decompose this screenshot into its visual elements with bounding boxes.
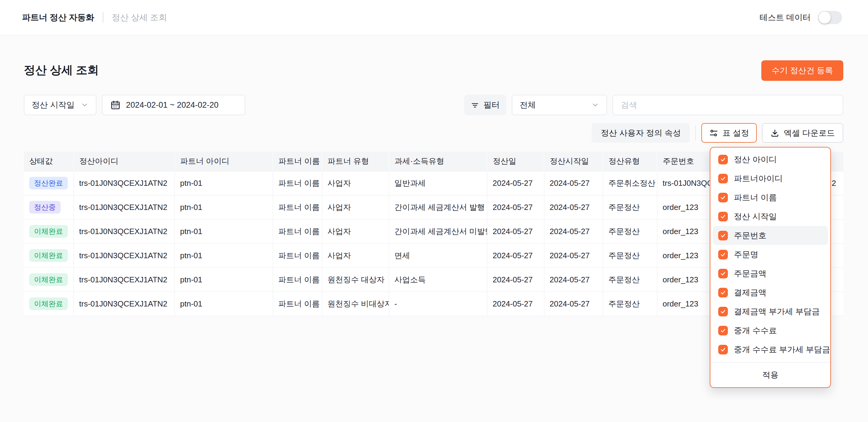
chevron-down-icon <box>81 101 89 109</box>
table-cell: 간이과세 세금계산서 미발행 <box>389 219 487 244</box>
column-header[interactable]: 상태값 <box>24 152 73 171</box>
checkbox-checked-icon[interactable] <box>718 345 728 355</box>
table-cell: 파트너 이름 <box>273 244 322 268</box>
table-cell: 사업소득 <box>389 268 487 292</box>
column-toggle-item[interactable]: 결제금액 부가세 부담금 <box>713 302 828 321</box>
column-header[interactable]: 과세·소득유형 <box>389 152 487 171</box>
table-cell: ptn-01 <box>175 195 273 219</box>
column-toggle-item[interactable]: 주문번호 <box>713 226 828 245</box>
table-cell: ptn-01 <box>175 268 273 292</box>
column-toggle-item[interactable]: 주문금액 <box>713 264 828 283</box>
table-cell: 일반과세 <box>389 171 487 195</box>
column-header[interactable]: 정산유형 <box>603 152 657 171</box>
date-range-picker[interactable]: 2024-02-01 ~ 2024-02-20 <box>102 95 245 115</box>
table-cell: 파트너 이름 <box>273 219 322 244</box>
table-cell: 주문정산 <box>603 244 657 268</box>
table-cell: trs-01J0N3QCEXJ1ATN2 <box>73 195 175 219</box>
status-cell: 이체완료 <box>24 219 73 244</box>
table-cell: 2024-05-27 <box>487 292 544 316</box>
column-header[interactable]: 정산시작일 <box>544 152 603 171</box>
status-cell: 이체완료 <box>24 292 73 316</box>
checkbox-checked-icon[interactable] <box>718 155 728 164</box>
column-toggle-label: 정산 시작일 <box>734 211 777 222</box>
status-badge: 이체완료 <box>29 273 68 286</box>
column-toggle-item[interactable]: 정산 아이디 <box>713 150 828 169</box>
checkbox-checked-icon[interactable] <box>718 307 728 316</box>
column-toggle-item[interactable]: 주문명 <box>713 245 828 264</box>
chevron-down-icon <box>591 101 599 109</box>
table-cell: 파트너 이름 <box>273 292 322 316</box>
table-cell: 2024-05-27 <box>544 219 603 244</box>
column-toggle-item[interactable]: 파트너 이름 <box>713 188 828 207</box>
table-cell: 사업자 <box>322 219 389 244</box>
status-badge: 정산완료 <box>29 177 68 190</box>
checkbox-checked-icon[interactable] <box>718 326 728 335</box>
table-cell: 파트너 이름 <box>273 195 322 219</box>
column-header[interactable]: 파트너 유형 <box>322 152 389 171</box>
table-cell: 주문정산 <box>603 195 657 219</box>
table-cell: 파트너 이름 <box>273 268 322 292</box>
table-toolbar: 정산 사용자 정의 속성 표 설정 엑셀 다운로드 <box>592 123 843 143</box>
checkbox-checked-icon[interactable] <box>718 212 728 221</box>
table-settings-label: 표 설정 <box>722 128 749 138</box>
checkbox-checked-icon[interactable] <box>718 193 728 202</box>
download-icon <box>770 129 779 138</box>
scope-select[interactable]: 전체 <box>512 95 607 115</box>
breadcrumb-divider <box>103 12 103 23</box>
column-header[interactable]: 파트너 이름 <box>273 152 322 171</box>
column-toggle-item[interactable]: 파트너아이디 <box>713 169 828 188</box>
column-toggle-item[interactable]: 결제금액 <box>713 283 828 302</box>
table-cell: 원천징수 대상자 <box>322 268 389 292</box>
column-header[interactable]: 정산일 <box>487 152 544 171</box>
column-toggle-label: 주문번호 <box>734 230 767 241</box>
table-cell: 2024-05-27 <box>544 244 603 268</box>
status-cell: 이체완료 <box>24 244 73 268</box>
excel-download-button[interactable]: 엑셀 다운로드 <box>762 123 843 143</box>
table-cell: 주문정산 <box>603 268 657 292</box>
table-cell: ptn-01 <box>175 244 273 268</box>
table-cell: 원천징수 비대상자 <box>322 292 389 316</box>
sliders-icon <box>709 129 718 138</box>
app-title[interactable]: 파트너 정산 자동화 <box>22 12 94 23</box>
table-cell: 2024-05-27 <box>487 195 544 219</box>
column-toggle-label: 결제금액 부가세 부담금 <box>734 306 820 317</box>
table-cell: 사업자 <box>322 195 389 219</box>
filter-button[interactable]: 필터 <box>464 95 506 115</box>
calendar-icon <box>110 100 121 110</box>
status-cell: 정산중 <box>24 195 73 219</box>
table-cell: 사업자 <box>322 171 389 195</box>
table-cell: ptn-01 <box>175 292 273 316</box>
column-header[interactable]: 정산아이디 <box>73 152 175 171</box>
column-header[interactable]: 파트너 아이디 <box>175 152 273 171</box>
date-field-select[interactable]: 정산 시작일 <box>24 95 96 115</box>
top-header: 파트너 정산 자동화 정산 상세 조회 테스트 데이터 <box>0 0 868 36</box>
table-cell: 사업자 <box>322 244 389 268</box>
test-data-label: 테스트 데이터 <box>760 12 811 23</box>
column-toggle-item[interactable]: 중개 수수료 부가세 부담금 <box>713 340 828 359</box>
table-cell: 주문정산 <box>603 292 657 316</box>
breadcrumb-current: 정산 상세 조회 <box>112 12 167 23</box>
filter-icon <box>471 101 479 109</box>
checkbox-checked-icon[interactable] <box>718 288 728 298</box>
column-toggle-label: 파트너 이름 <box>734 192 777 203</box>
filter-button-label: 필터 <box>484 100 500 110</box>
checkbox-checked-icon[interactable] <box>718 250 728 259</box>
table-settings-button[interactable]: 표 설정 <box>701 123 757 143</box>
column-toggle-label: 중개 수수료 부가세 부담금 <box>734 344 830 355</box>
custom-attributes-button[interactable]: 정산 사용자 정의 속성 <box>592 123 690 143</box>
column-toggle-label: 파트너아이디 <box>734 173 783 184</box>
status-badge: 정산중 <box>29 201 61 214</box>
column-toggle-item[interactable]: 중개 수수료 <box>713 321 828 340</box>
table-cell: 주문정산 <box>603 219 657 244</box>
table-cell: 2024-05-27 <box>544 292 603 316</box>
search-input[interactable] <box>613 95 843 115</box>
table-cell: 2024-05-27 <box>487 219 544 244</box>
column-toggle-item[interactable]: 정산 시작일 <box>713 207 828 226</box>
checkbox-checked-icon[interactable] <box>718 174 728 184</box>
table-cell: 면세 <box>389 244 487 268</box>
manual-settlement-register-button[interactable]: 수기 정산건 등록 <box>761 60 843 81</box>
test-data-toggle[interactable] <box>818 11 842 24</box>
apply-button[interactable]: 적용 <box>710 363 830 387</box>
checkbox-checked-icon[interactable] <box>718 269 728 278</box>
checkbox-checked-icon[interactable] <box>718 231 728 241</box>
